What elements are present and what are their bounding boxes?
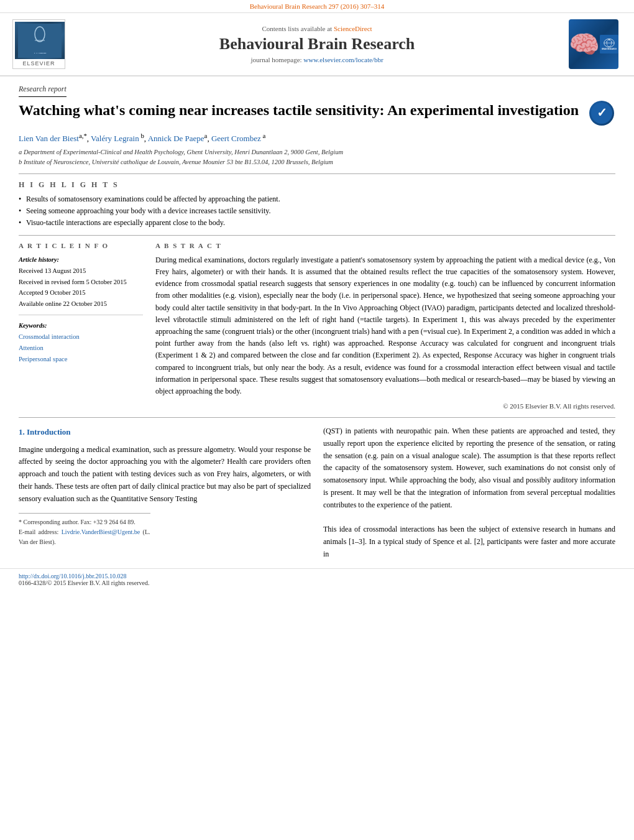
journal-logo: BRAIN RESEARCH <box>569 19 622 69</box>
highlight-item-1: Results of somatosensory examinations co… <box>19 195 615 204</box>
contents-available-text: Contents lists available at ScienceDirec… <box>71 25 563 32</box>
doi-link[interactable]: http://dx.doi.org/10.1016/j.bbr.2015.10.… <box>19 573 615 579</box>
page-wrapper: Behavioural Brain Research 297 (2016) 30… <box>0 0 634 590</box>
intro-right-text: (QST) in patients with neuropathic pain.… <box>323 425 615 561</box>
highlight-item-3: Visuo-tactile interactions are especiall… <box>19 218 615 228</box>
intro-left-text: Imagine undergoing a medical examination… <box>19 444 311 505</box>
keywords-label: Keywords: <box>19 320 143 331</box>
homepage-url[interactable]: www.elsevier.com/locate/bbr <box>303 56 383 63</box>
content-area: Research report Watching what's coming n… <box>0 76 634 568</box>
doi-section: http://dx.doi.org/10.1016/j.bbr.2015.10.… <box>0 568 634 590</box>
keyword-1[interactable]: Crossmodal interaction <box>19 331 143 343</box>
article-title: Watching what's coming near increases ta… <box>19 101 583 120</box>
author-4[interactable]: Geert Crombez <box>211 134 261 143</box>
revised-date: Received in revised form 5 October 2015 <box>19 277 143 288</box>
article-history: Article history: Received 13 August 2015… <box>19 254 143 315</box>
abstract-column: A B S T R A C T During medical examinati… <box>155 242 615 410</box>
keyword-2[interactable]: Attention <box>19 343 143 354</box>
accepted-date: Accepted 9 October 2015 <box>19 287 143 298</box>
corresponding-author-note: * Corresponding author. Fax: +32 9 264 6… <box>19 517 150 527</box>
svg-point-9 <box>606 42 607 43</box>
abstract-text: During medical examinations, doctors reg… <box>155 254 615 397</box>
highlight-item-2: Seeing someone approaching your body wit… <box>19 206 615 216</box>
affiliation-2: b Institute of Neuroscience, Université … <box>19 157 615 167</box>
article-title-row: Watching what's coming near increases ta… <box>19 101 615 127</box>
crossmark-icon: ✓ <box>589 101 614 126</box>
available-date: Available online 22 October 2015 <box>19 298 143 310</box>
affiliation-1: a Department of Experimental-Clinical an… <box>19 147 615 157</box>
article-info-column: A R T I C L E I N F O Article history: R… <box>19 242 143 410</box>
divider-1 <box>19 173 615 174</box>
svg-text:✓: ✓ <box>597 106 607 119</box>
article-info-abstract-row: A R T I C L E I N F O Article history: R… <box>19 242 615 410</box>
received-date: Received 13 August 2015 <box>19 265 143 277</box>
intro-left-col: 1. Introduction Imagine undergoing a med… <box>19 425 311 561</box>
author-3[interactable]: Annick De Paepe <box>148 134 204 143</box>
author-2[interactable]: Valéry Legrain <box>91 134 139 143</box>
abstract-title: A B S T R A C T <box>155 242 615 249</box>
crossmark-logo[interactable]: ✓ <box>589 101 615 127</box>
journal-header: TREE ELSEVIER Contents lists available a… <box>0 13 634 76</box>
svg-point-1 <box>34 26 46 44</box>
elsevier-logo-image: TREE <box>15 22 65 59</box>
keyword-3[interactable]: Peripersonal space <box>19 354 143 365</box>
journal-header-center: Contents lists available at ScienceDirec… <box>71 25 563 63</box>
article-history-label: Article history: <box>19 254 143 265</box>
highlights-title: H I G H L I G H T S <box>19 180 615 190</box>
svg-rect-0 <box>18 24 62 58</box>
intro-right-col: (QST) in patients with neuropathic pain.… <box>323 425 615 561</box>
article-info-title: A R T I C L E I N F O <box>19 242 143 249</box>
elsevier-text-label: ELSEVIER <box>15 60 63 67</box>
svg-point-10 <box>612 42 613 43</box>
journal-title: Behavioural Brain Research <box>71 35 563 53</box>
author-email[interactable]: Livdrie.VanderBiest@Ugent.be <box>62 528 140 535</box>
divider-3 <box>19 417 615 418</box>
keywords-section: Keywords: Crossmodal interaction Attenti… <box>19 320 143 364</box>
intro-heading: 1. Introduction <box>19 425 311 438</box>
introduction-section: 1. Introduction Imagine undergoing a med… <box>19 425 615 561</box>
section-type-label: Research report <box>19 85 67 97</box>
divider-2 <box>19 235 615 236</box>
journal-logo-image: BRAIN RESEARCH <box>569 19 618 69</box>
footnote-section: * Corresponding author. Fax: +32 9 264 6… <box>19 513 150 547</box>
email-label: E-mail address: <box>19 528 58 535</box>
email-note: E-mail address: Livdrie.VanderBiest@Ugen… <box>19 527 150 547</box>
author-1[interactable]: Lien Van der Biest <box>19 134 79 143</box>
svg-point-8 <box>609 39 610 40</box>
authors-line: Lien Van der Biesta,*, Valéry Legrain b,… <box>19 132 615 144</box>
affiliations: a Department of Experimental-Clinical an… <box>19 147 615 167</box>
svg-text:TREE: TREE <box>33 49 47 55</box>
issn-line: 0166-4328/© 2015 Elsevier B.V. All right… <box>19 579 615 586</box>
highlights-section: H I G H L I G H T S Results of somatosen… <box>19 180 615 228</box>
journal-homepage: journal homepage: www.elsevier.com/locat… <box>71 56 563 63</box>
journal-bar: Behavioural Brain Research 297 (2016) 30… <box>0 0 634 13</box>
journal-citation: Behavioural Brain Research 297 (2016) 30… <box>250 2 385 10</box>
sciencedirect-link[interactable]: ScienceDirect <box>334 25 372 32</box>
elsevier-logo: TREE ELSEVIER <box>12 19 65 69</box>
copyright-line: © 2015 Elsevier B.V. All rights reserved… <box>155 402 615 410</box>
svg-rect-4 <box>600 35 618 53</box>
